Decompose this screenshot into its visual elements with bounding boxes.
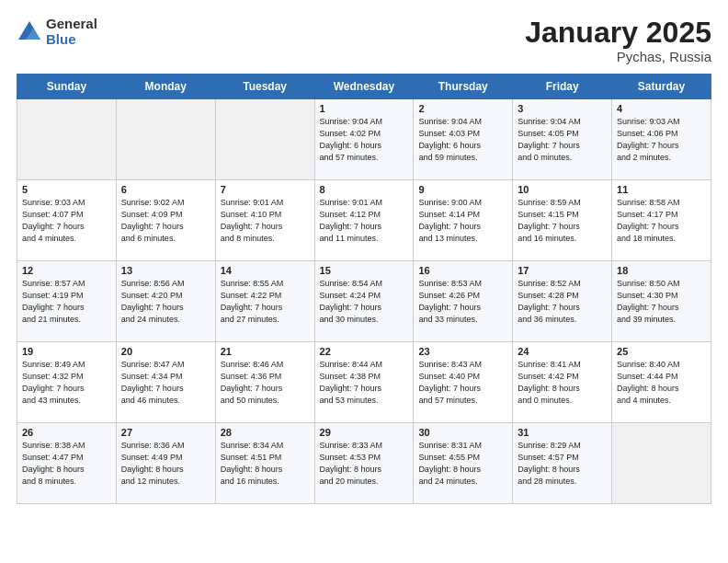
calendar-body: 1Sunrise: 9:04 AM Sunset: 4:02 PM Daylig…: [17, 99, 711, 504]
day-number: 5: [22, 184, 111, 195]
header-row: Sunday Monday Tuesday Wednesday Thursday…: [17, 75, 711, 99]
title-area: January 2025 Pychas, Russia: [525, 17, 711, 64]
table-row: 13Sunrise: 8:56 AM Sunset: 4:20 PM Dayli…: [116, 261, 215, 342]
table-row: 17Sunrise: 8:52 AM Sunset: 4:28 PM Dayli…: [513, 261, 612, 342]
logo-icon: [17, 19, 42, 45]
day-number: 22: [320, 346, 409, 357]
table-row: [17, 99, 117, 180]
day-info: Sunrise: 9:03 AM Sunset: 4:06 PM Dayligh…: [617, 116, 706, 164]
day-info: Sunrise: 8:50 AM Sunset: 4:30 PM Dayligh…: [617, 278, 706, 326]
day-info: Sunrise: 9:00 AM Sunset: 4:14 PM Dayligh…: [418, 197, 507, 245]
table-row: 9Sunrise: 9:00 AM Sunset: 4:14 PM Daylig…: [414, 180, 513, 261]
day-number: 15: [320, 265, 409, 276]
table-row: 5Sunrise: 9:03 AM Sunset: 4:07 PM Daylig…: [17, 180, 117, 261]
day-info: Sunrise: 8:56 AM Sunset: 4:20 PM Dayligh…: [121, 278, 210, 326]
day-info: Sunrise: 8:41 AM Sunset: 4:42 PM Dayligh…: [518, 359, 607, 407]
logo-text: General Blue: [46, 17, 97, 47]
week-row: 5Sunrise: 9:03 AM Sunset: 4:07 PM Daylig…: [17, 180, 711, 261]
day-number: 1: [320, 103, 409, 114]
table-row: 19Sunrise: 8:49 AM Sunset: 4:32 PM Dayli…: [17, 342, 117, 423]
day-number: 25: [617, 346, 706, 357]
day-number: 2: [418, 103, 507, 114]
logo-blue-label: Blue: [46, 32, 97, 48]
table-row: 2Sunrise: 9:04 AM Sunset: 4:03 PM Daylig…: [414, 99, 513, 180]
col-tuesday: Tuesday: [215, 75, 314, 99]
day-info: Sunrise: 8:47 AM Sunset: 4:34 PM Dayligh…: [121, 359, 210, 407]
table-row: 3Sunrise: 9:04 AM Sunset: 4:05 PM Daylig…: [513, 99, 612, 180]
day-number: 13: [121, 265, 210, 276]
day-number: 28: [221, 427, 310, 438]
table-row: 29Sunrise: 8:33 AM Sunset: 4:53 PM Dayli…: [314, 423, 414, 504]
day-number: 14: [221, 265, 310, 276]
table-row: 10Sunrise: 8:59 AM Sunset: 4:15 PM Dayli…: [513, 180, 612, 261]
day-info: Sunrise: 8:36 AM Sunset: 4:49 PM Dayligh…: [121, 440, 210, 488]
day-info: Sunrise: 9:04 AM Sunset: 4:03 PM Dayligh…: [418, 116, 507, 164]
week-row: 26Sunrise: 8:38 AM Sunset: 4:47 PM Dayli…: [17, 423, 711, 504]
day-number: 21: [221, 346, 310, 357]
col-thursday: Thursday: [414, 75, 513, 99]
table-row: 28Sunrise: 8:34 AM Sunset: 4:51 PM Dayli…: [215, 423, 314, 504]
day-number: 23: [418, 346, 507, 357]
day-number: 20: [121, 346, 210, 357]
logo: General Blue: [17, 17, 97, 47]
week-row: 19Sunrise: 8:49 AM Sunset: 4:32 PM Dayli…: [17, 342, 711, 423]
day-number: 26: [22, 427, 111, 438]
table-row: 21Sunrise: 8:46 AM Sunset: 4:36 PM Dayli…: [215, 342, 314, 423]
table-row: 7Sunrise: 9:01 AM Sunset: 4:10 PM Daylig…: [215, 180, 314, 261]
day-info: Sunrise: 8:29 AM Sunset: 4:57 PM Dayligh…: [518, 440, 607, 488]
table-row: 6Sunrise: 9:02 AM Sunset: 4:09 PM Daylig…: [116, 180, 215, 261]
day-number: 10: [518, 184, 607, 195]
page: General Blue January 2025 Pychas, Russia…: [0, 0, 728, 563]
header: General Blue January 2025 Pychas, Russia: [17, 17, 711, 64]
day-number: 11: [617, 184, 706, 195]
day-info: Sunrise: 9:01 AM Sunset: 4:12 PM Dayligh…: [320, 197, 409, 245]
day-info: Sunrise: 8:31 AM Sunset: 4:55 PM Dayligh…: [418, 440, 507, 488]
day-number: 27: [121, 427, 210, 438]
day-info: Sunrise: 8:58 AM Sunset: 4:17 PM Dayligh…: [617, 197, 706, 245]
day-number: 24: [518, 346, 607, 357]
day-info: Sunrise: 8:44 AM Sunset: 4:38 PM Dayligh…: [320, 359, 409, 407]
day-number: 6: [121, 184, 210, 195]
table-row: 1Sunrise: 9:04 AM Sunset: 4:02 PM Daylig…: [314, 99, 414, 180]
table-row: 26Sunrise: 8:38 AM Sunset: 4:47 PM Dayli…: [17, 423, 117, 504]
day-info: Sunrise: 9:03 AM Sunset: 4:07 PM Dayligh…: [22, 197, 111, 245]
day-number: 31: [518, 427, 607, 438]
calendar-table: Sunday Monday Tuesday Wednesday Thursday…: [17, 74, 711, 504]
table-row: 20Sunrise: 8:47 AM Sunset: 4:34 PM Dayli…: [116, 342, 215, 423]
day-info: Sunrise: 8:49 AM Sunset: 4:32 PM Dayligh…: [22, 359, 111, 407]
table-row: 23Sunrise: 8:43 AM Sunset: 4:40 PM Dayli…: [414, 342, 513, 423]
table-row: 24Sunrise: 8:41 AM Sunset: 4:42 PM Dayli…: [513, 342, 612, 423]
calendar-subtitle: Pychas, Russia: [525, 49, 711, 64]
day-info: Sunrise: 8:53 AM Sunset: 4:26 PM Dayligh…: [418, 278, 507, 326]
day-number: 3: [518, 103, 607, 114]
col-sunday: Sunday: [17, 75, 117, 99]
table-row: 14Sunrise: 8:55 AM Sunset: 4:22 PM Dayli…: [215, 261, 314, 342]
week-row: 12Sunrise: 8:57 AM Sunset: 4:19 PM Dayli…: [17, 261, 711, 342]
table-row: 4Sunrise: 9:03 AM Sunset: 4:06 PM Daylig…: [612, 99, 711, 180]
table-row: 30Sunrise: 8:31 AM Sunset: 4:55 PM Dayli…: [414, 423, 513, 504]
calendar-title: January 2025: [525, 17, 711, 49]
day-info: Sunrise: 9:04 AM Sunset: 4:02 PM Dayligh…: [320, 116, 409, 164]
day-number: 19: [22, 346, 111, 357]
day-info: Sunrise: 8:55 AM Sunset: 4:22 PM Dayligh…: [221, 278, 310, 326]
day-number: 18: [617, 265, 706, 276]
day-info: Sunrise: 8:34 AM Sunset: 4:51 PM Dayligh…: [221, 440, 310, 488]
day-info: Sunrise: 9:02 AM Sunset: 4:09 PM Dayligh…: [121, 197, 210, 245]
table-row: 15Sunrise: 8:54 AM Sunset: 4:24 PM Dayli…: [314, 261, 414, 342]
day-info: Sunrise: 8:57 AM Sunset: 4:19 PM Dayligh…: [22, 278, 111, 326]
day-number: 29: [320, 427, 409, 438]
day-number: 7: [221, 184, 310, 195]
col-saturday: Saturday: [612, 75, 711, 99]
day-info: Sunrise: 8:43 AM Sunset: 4:40 PM Dayligh…: [418, 359, 507, 407]
day-number: 4: [617, 103, 706, 114]
table-row: 12Sunrise: 8:57 AM Sunset: 4:19 PM Dayli…: [17, 261, 117, 342]
table-row: [215, 99, 314, 180]
day-info: Sunrise: 8:33 AM Sunset: 4:53 PM Dayligh…: [320, 440, 409, 488]
day-info: Sunrise: 8:38 AM Sunset: 4:47 PM Dayligh…: [22, 440, 111, 488]
day-info: Sunrise: 9:01 AM Sunset: 4:10 PM Dayligh…: [221, 197, 310, 245]
col-wednesday: Wednesday: [314, 75, 414, 99]
table-row: 18Sunrise: 8:50 AM Sunset: 4:30 PM Dayli…: [612, 261, 711, 342]
day-info: Sunrise: 8:59 AM Sunset: 4:15 PM Dayligh…: [518, 197, 607, 245]
table-row: 11Sunrise: 8:58 AM Sunset: 4:17 PM Dayli…: [612, 180, 711, 261]
day-info: Sunrise: 8:54 AM Sunset: 4:24 PM Dayligh…: [320, 278, 409, 326]
